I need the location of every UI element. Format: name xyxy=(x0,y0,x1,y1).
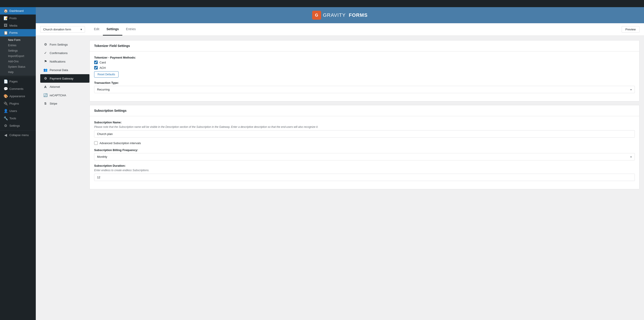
sidebar-item-posts[interactable]: 📝 Posts xyxy=(0,14,36,22)
subscription-name-label: Subscription Name: xyxy=(94,121,635,124)
tab-edit[interactable]: Edit xyxy=(90,23,103,35)
billing-frequency-select[interactable]: Monthly Weekly Yearly xyxy=(94,153,635,160)
recaptcha-icon: 🔄 xyxy=(44,93,48,97)
sidebar-item-tools[interactable]: 🔧 Tools xyxy=(0,115,36,122)
sidebar-item-plugins[interactable]: 🔌 Plugins xyxy=(0,100,36,107)
subscription-section-title: Subscription Settings xyxy=(90,105,639,116)
transaction-type-select[interactable]: Recurring One-time xyxy=(94,86,635,93)
subscription-name-row: Subscription Name: Please note that the … xyxy=(94,121,635,138)
nav-payment-gateway[interactable]: ⚙ Payment Gateway xyxy=(40,74,90,83)
form-selector[interactable]: Church donation form ▾ xyxy=(40,26,85,33)
billing-frequency-label: Subscription Billing Frequency: xyxy=(94,148,635,152)
card-checkbox[interactable] xyxy=(94,60,98,64)
settings-nav: ⚙ Form Settings ✓ Confirmations ⚑ Notifi… xyxy=(40,40,90,193)
akismet-icon: A xyxy=(44,85,48,89)
payment-gateway-icon: ⚙ xyxy=(44,76,48,80)
sidebar-item-users[interactable]: 👤 Users xyxy=(0,107,36,115)
stripe-icon: S xyxy=(44,102,48,105)
sidebar-subitem-settings[interactable]: Settings xyxy=(0,48,36,53)
transaction-type-label: Transaction Type: xyxy=(94,81,635,84)
dashboard-icon: 🏠 xyxy=(4,9,8,13)
sidebar-item-settings[interactable]: ⚙ Settings xyxy=(0,122,36,129)
sidebar-item-appearance[interactable]: 🎨 Appearance xyxy=(0,92,36,100)
nav-confirmations[interactable]: ✓ Confirmations xyxy=(40,49,90,57)
gf-logo: G GRAVITY FORMS xyxy=(312,11,368,20)
card-checkbox-row: Card xyxy=(94,60,635,64)
duration-input[interactable] xyxy=(94,174,635,181)
sidebar-item-media[interactable]: 🖼 Media xyxy=(0,22,36,29)
subscription-name-input[interactable] xyxy=(94,130,635,138)
nav-akismet[interactable]: A Akismet xyxy=(40,83,90,91)
nav-stripe[interactable]: S Stripe xyxy=(40,99,90,107)
users-icon: 👤 xyxy=(4,109,8,113)
ach-checkbox[interactable] xyxy=(94,66,98,69)
notifications-icon: ⚑ xyxy=(44,59,48,63)
form-nav-bar: Church donation form ▾ Edit Settings Ent… xyxy=(36,23,644,36)
nav-form-settings[interactable]: ⚙ Form Settings xyxy=(40,40,90,49)
sidebar-item-pages[interactable]: 📄 Pages xyxy=(0,78,36,85)
tools-icon: 🔧 xyxy=(4,116,8,120)
reset-defaults-button[interactable]: Reset Defaults xyxy=(94,71,118,77)
duration-hint: Enter endless to create endless Subscrip… xyxy=(94,169,635,172)
sidebar: 🏠 Dashboard 📝 Posts 🖼 Media 📋 Forms New … xyxy=(0,7,36,320)
subscription-section: Subscription Settings Subscription Name:… xyxy=(90,105,640,189)
personal-data-icon: 👥 xyxy=(44,68,48,72)
pages-icon: 📄 xyxy=(4,79,8,84)
billing-frequency-select-wrapper: Monthly Weekly Yearly xyxy=(94,153,635,160)
sidebar-item-collapse[interactable]: ◀ Collapse menu xyxy=(0,131,36,139)
sidebar-subitem-entries[interactable]: Entries xyxy=(0,43,36,48)
ach-label: ACH xyxy=(100,66,106,69)
form-selector-chevron: ▾ xyxy=(80,28,82,31)
gf-logo-text: GRAVITY FORMS xyxy=(323,12,368,18)
card-label: Card xyxy=(100,61,106,64)
nav-recaptcha[interactable]: 🔄 reCAPTCHA xyxy=(40,91,90,99)
settings-panel: Tokenizer Field Settings Tokenizer - Pay… xyxy=(90,40,640,193)
nav-notifications[interactable]: ⚑ Notifications xyxy=(40,57,90,66)
sidebar-subitem-add-ons[interactable]: Add-Ons xyxy=(0,59,36,64)
main-content: G GRAVITY FORMS Church donation form ▾ E… xyxy=(36,7,644,320)
forms-icon: 📋 xyxy=(4,31,8,35)
admin-bar xyxy=(0,0,644,7)
content-area: ⚙ Form Settings ✓ Confirmations ⚑ Notifi… xyxy=(36,36,644,197)
payment-methods-row: Tokenizer - Payment Methods: Card ACH Re… xyxy=(94,56,635,77)
tab-entries[interactable]: Entries xyxy=(122,23,139,35)
advanced-intervals-row: Advanced Subscription intervals xyxy=(94,141,635,145)
ach-checkbox-row: ACH xyxy=(94,66,635,69)
preview-button[interactable]: Preview xyxy=(622,26,640,33)
payment-methods-label: Tokenizer - Payment Methods: xyxy=(94,56,635,59)
sidebar-subitem-import-export[interactable]: Import/Export xyxy=(0,53,36,59)
comments-icon: 💬 xyxy=(4,87,8,91)
duration-label: Subscription Duration: xyxy=(94,164,635,167)
advanced-intervals-checkbox[interactable] xyxy=(94,141,98,145)
tokenizer-section: Tokenizer Field Settings Tokenizer - Pay… xyxy=(90,40,640,101)
subscription-name-hint: Please note that the Subscription name w… xyxy=(94,125,635,128)
sidebar-item-comments[interactable]: 💬 Comments xyxy=(0,85,36,92)
gf-header: G GRAVITY FORMS xyxy=(36,7,644,23)
sidebar-subitem-system-status[interactable]: System Status xyxy=(0,64,36,69)
sidebar-item-dashboard[interactable]: 🏠 Dashboard xyxy=(0,7,36,14)
form-settings-icon: ⚙ xyxy=(44,42,48,46)
advanced-intervals-label: Advanced Subscription intervals xyxy=(100,141,141,145)
duration-row: Subscription Duration: Enter endless to … xyxy=(94,164,635,181)
nav-personal-data[interactable]: 👥 Personal Data xyxy=(40,66,90,74)
collapse-icon: ◀ xyxy=(4,133,8,137)
sidebar-subitem-new-form[interactable]: New Form xyxy=(0,37,36,43)
plugins-icon: 🔌 xyxy=(4,101,8,106)
posts-icon: 📝 xyxy=(4,16,8,20)
billing-frequency-row: Subscription Billing Frequency: Monthly … xyxy=(94,148,635,160)
transaction-type-row: Transaction Type: Recurring One-time xyxy=(94,81,635,93)
confirmations-icon: ✓ xyxy=(44,51,48,55)
gf-logo-icon: G xyxy=(312,11,321,20)
appearance-icon: 🎨 xyxy=(4,94,8,98)
settings2-icon: ⚙ xyxy=(4,124,8,128)
form-tabs: Edit Settings Entries xyxy=(90,23,139,35)
sidebar-item-forms[interactable]: 📋 Forms xyxy=(0,29,36,36)
transaction-type-select-wrapper: Recurring One-time xyxy=(94,86,635,93)
tab-settings[interactable]: Settings xyxy=(103,23,122,35)
media-icon: 🖼 xyxy=(4,23,8,27)
tokenizer-section-title: Tokenizer Field Settings xyxy=(90,40,639,51)
sidebar-subitem-help[interactable]: Help xyxy=(0,69,36,75)
